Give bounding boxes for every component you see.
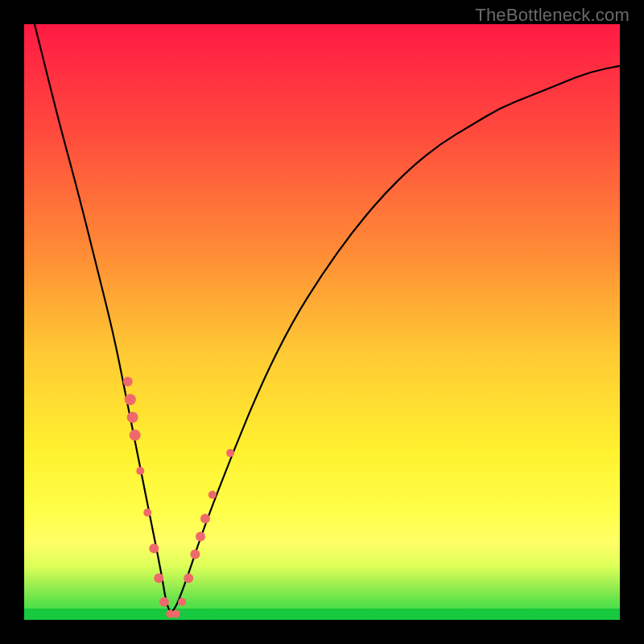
data-marker	[200, 514, 210, 523]
data-marker	[127, 411, 138, 423]
data-marker	[190, 550, 200, 559]
watermark-text: TheBottleneck.com	[475, 5, 630, 26]
data-marker	[149, 543, 159, 553]
data-marker	[130, 430, 141, 441]
data-marker	[123, 377, 133, 386]
chart-plot-area	[24, 24, 620, 620]
data-marker	[196, 531, 205, 541]
bottleneck-chart-svg	[24, 24, 620, 620]
data-marker	[184, 573, 193, 583]
data-marker	[143, 509, 151, 517]
data-marker	[136, 467, 144, 475]
data-marker	[154, 573, 163, 583]
data-marker	[159, 597, 169, 607]
data-markers-group	[123, 377, 234, 618]
data-marker	[172, 610, 180, 618]
bottleneck-curve	[24, 0, 620, 612]
data-marker	[125, 394, 136, 405]
data-marker	[178, 598, 186, 606]
data-marker	[226, 449, 234, 457]
data-marker	[208, 491, 217, 499]
